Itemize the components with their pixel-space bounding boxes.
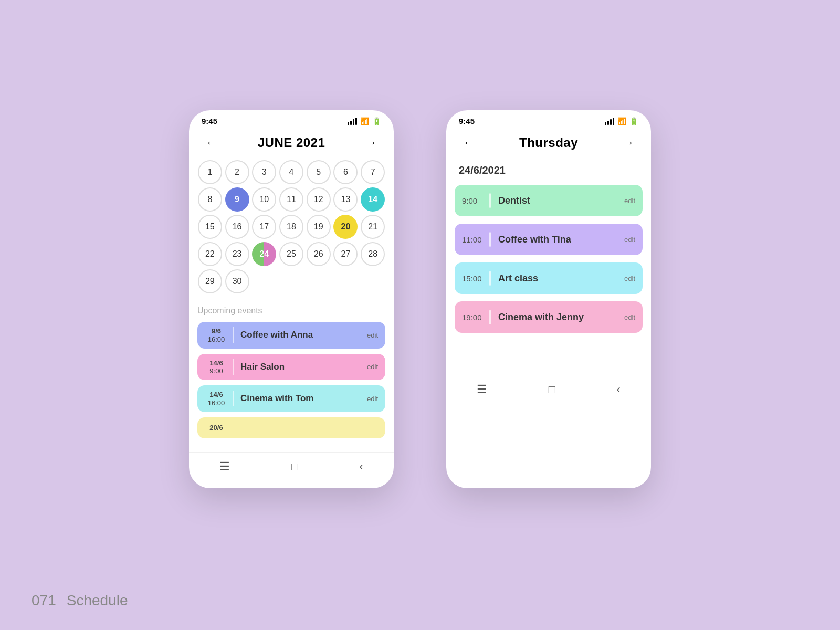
event-divider [233, 391, 234, 406]
page-label: 071 Schedule [32, 592, 128, 609]
calendar-day-6[interactable]: 6 [333, 160, 358, 184]
event-edit-btn[interactable]: edit [367, 395, 378, 403]
signal-icon-left [348, 118, 357, 125]
day-event-divider [489, 193, 491, 208]
day-event-name: Coffee with Tina [498, 234, 624, 245]
next-arrow-left[interactable]: → [361, 134, 381, 152]
calendar-day-30[interactable]: 30 [225, 269, 249, 293]
home-icon-left[interactable]: □ [291, 460, 298, 474]
status-icons-left: 📶 🔋 [348, 117, 381, 125]
event-time: 16:00 [208, 335, 225, 343]
right-phone: 9:45 📶 🔋 ← Thursday → 24/6/2021 9:00 [446, 110, 651, 488]
menu-icon-right[interactable]: ☰ [477, 383, 487, 396]
home-icon-right[interactable]: □ [549, 383, 555, 396]
bottom-nav-right: ☰ □ ‹ [446, 375, 651, 406]
calendar-day-3[interactable]: 3 [252, 160, 276, 184]
calendar-day-29[interactable]: 29 [198, 269, 222, 293]
wifi-icon-left: 📶 [360, 117, 369, 125]
calendar-day-26[interactable]: 26 [307, 242, 331, 266]
day-event-1[interactable]: 11:00 Coffee with Tina edit [455, 224, 643, 255]
calendar-day-14[interactable]: 14 [361, 187, 385, 212]
calendar-day-22[interactable]: 22 [198, 242, 222, 266]
upcoming-event-1[interactable]: 14/6 9:00 Hair Salon edit [197, 354, 385, 381]
prev-arrow-right[interactable]: ← [459, 134, 479, 152]
event-day: 9/6 [212, 327, 221, 335]
event-name: Hair Salon [240, 362, 367, 372]
battery-icon-right: 🔋 [629, 117, 638, 125]
wifi-icon-right: 📶 [617, 117, 626, 125]
calendar-day-28[interactable]: 28 [361, 242, 385, 266]
day-event-time: 15:00 [462, 274, 489, 283]
left-phone: 9:45 📶 🔋 ← JUNE 2021 → 12345678910111213… [189, 110, 394, 488]
calendar-grid: 1234567891011121314151617181920212223242… [189, 160, 394, 302]
event-edit-btn[interactable]: edit [367, 331, 378, 339]
bottom-nav-left: ☰ □ ‹ [189, 452, 394, 483]
calendar-day-4[interactable]: 4 [279, 160, 303, 184]
day-event-edit-btn[interactable]: edit [624, 275, 635, 282]
day-events-section: 9:00 Dentist edit 11:00 Coffee with Tina… [446, 185, 651, 333]
day-event-name: Art class [498, 273, 624, 284]
day-event-edit-btn[interactable]: edit [624, 236, 635, 244]
event-name: Cinema with Tom [240, 393, 367, 404]
calendar-day-16[interactable]: 16 [225, 215, 249, 239]
calendar-day-9[interactable]: 9 [225, 187, 249, 212]
status-icons-right: 📶 🔋 [605, 117, 638, 125]
upcoming-event-0[interactable]: 9/6 16:00 Coffee with Anna edit [197, 322, 385, 349]
page-label-number: 071 [32, 592, 56, 609]
calendar-day-24[interactable]: 24 [252, 242, 276, 266]
event-time: 9:00 [209, 367, 223, 375]
event-date: 20/6 [205, 424, 228, 432]
header-nav-left: ← JUNE 2021 → [189, 130, 394, 160]
calendar-day-5[interactable]: 5 [307, 160, 331, 184]
day-event-time: 11:00 [462, 235, 489, 244]
calendar-day-13[interactable]: 13 [333, 187, 358, 212]
status-bar-right: 9:45 📶 🔋 [446, 110, 651, 130]
calendar-day-23[interactable]: 23 [225, 242, 249, 266]
calendar-day-17[interactable]: 17 [252, 215, 276, 239]
status-time-right: 9:45 [459, 117, 475, 125]
calendar-day-15[interactable]: 15 [198, 215, 222, 239]
day-event-0[interactable]: 9:00 Dentist edit [455, 185, 643, 216]
back-icon-left[interactable]: ‹ [359, 460, 363, 474]
calendar-day-1[interactable]: 1 [198, 160, 222, 184]
next-arrow-right[interactable]: → [618, 134, 638, 152]
day-event-time: 9:00 [462, 196, 489, 205]
header-nav-right: ← Thursday → [446, 130, 651, 160]
page-label-title: Schedule [67, 592, 128, 609]
upcoming-event-2[interactable]: 14/6 16:00 Cinema with Tom edit [197, 385, 385, 412]
calendar-day-10[interactable]: 10 [252, 187, 276, 212]
battery-icon-left: 🔋 [372, 117, 381, 125]
event-name: Coffee with Anna [240, 330, 367, 340]
calendar-day-8[interactable]: 8 [198, 187, 222, 212]
calendar-day-25[interactable]: 25 [279, 242, 303, 266]
day-event-edit-btn[interactable]: edit [624, 197, 635, 205]
calendar-day-12[interactable]: 12 [307, 187, 331, 212]
day-event-3[interactable]: 19:00 Cinema with Jenny edit [455, 301, 643, 333]
calendar-day-11[interactable]: 11 [279, 187, 303, 212]
day-event-2[interactable]: 15:00 Art class edit [455, 262, 643, 294]
upcoming-event-3[interactable]: 20/6 [197, 417, 385, 438]
day-event-edit-btn[interactable]: edit [624, 313, 635, 321]
calendar-day-27[interactable]: 27 [333, 242, 358, 266]
month-title: JUNE 2021 [258, 135, 326, 150]
calendar-day-21[interactable]: 21 [361, 215, 385, 239]
calendar-day-19[interactable]: 19 [307, 215, 331, 239]
calendar-day-7[interactable]: 7 [361, 160, 385, 184]
event-time: 16:00 [208, 399, 225, 407]
menu-icon-left[interactable]: ☰ [219, 460, 230, 474]
phones-container: 9:45 📶 🔋 ← JUNE 2021 → 12345678910111213… [189, 110, 651, 488]
event-divider [233, 359, 234, 375]
event-edit-btn[interactable]: edit [367, 363, 378, 371]
upcoming-section: Upcoming events 9/6 16:00 Coffee with An… [189, 302, 394, 452]
calendar-day-2[interactable]: 2 [225, 160, 249, 184]
back-icon-right[interactable]: ‹ [616, 383, 620, 396]
event-date: 14/6 16:00 [205, 391, 228, 407]
calendar-day-20[interactable]: 20 [333, 215, 358, 239]
day-event-divider [489, 271, 491, 286]
event-day: 14/6 [209, 359, 223, 368]
day-event-time: 19:00 [462, 313, 489, 322]
signal-icon-right [605, 118, 614, 125]
calendar-day-18[interactable]: 18 [279, 215, 303, 239]
prev-arrow-left[interactable]: ← [202, 134, 222, 152]
event-divider [233, 327, 234, 343]
